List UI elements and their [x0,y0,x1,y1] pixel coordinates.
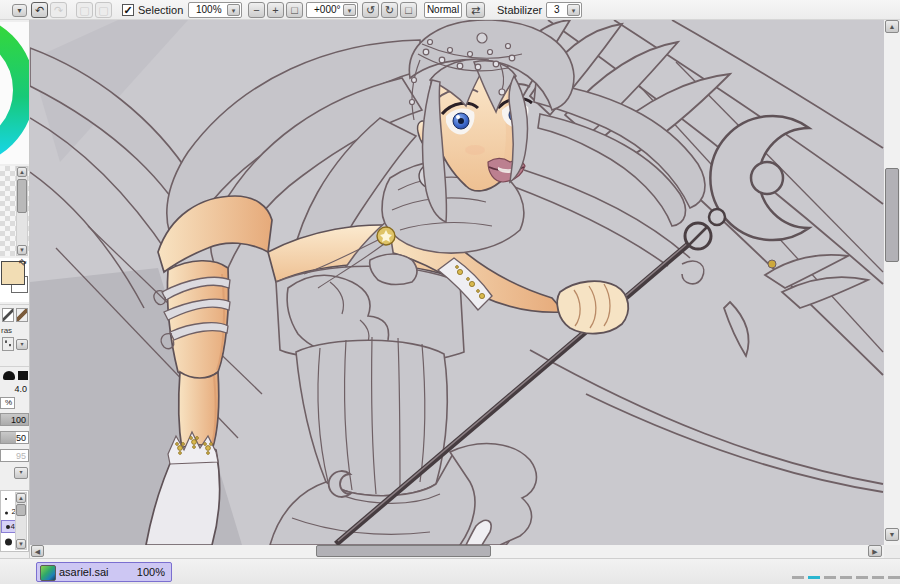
scroll-down-icon[interactable]: ▼ [885,528,899,541]
brush-size-value[interactable]: 4.0 [0,384,27,394]
zoom-in-button[interactable]: + [267,2,284,18]
zoom-field[interactable]: 100% ▾ [188,2,242,18]
density-slider[interactable]: 50 [0,431,29,444]
undo-icon: ↶ [35,4,44,16]
scroll-up-icon[interactable]: ▲ [16,493,26,503]
color-swatch-panel: ⇄ [0,258,29,302]
dilution-value: 95 [16,451,26,461]
page-dash [872,576,884,579]
pen-tool-icon[interactable] [2,308,14,322]
deselect-button[interactable]: ▢ [76,2,93,18]
scroll-down-icon[interactable]: ▼ [17,245,27,255]
tool-name-fragment: ras [1,326,12,335]
size-list-scrollbar[interactable]: ▲ ▼ [15,492,27,550]
check-icon: ✓ [123,4,132,16]
opacity-slider[interactable]: 100 [0,413,29,426]
stabilizer-dropdown-icon[interactable]: ▾ [567,4,580,16]
square-icon: □ [291,4,298,16]
size-list-scroll-thumb[interactable] [16,504,26,516]
blush [465,145,485,155]
vertical-scrollbar[interactable]: ▲ ▼ [884,20,900,545]
slider-fill [1,432,16,443]
opacity-value: 100 [11,415,26,425]
tool-dropdown-icon[interactable]: ▾ [16,339,28,350]
horizontal-scrollbar[interactable]: ◀ ▶ [30,545,884,558]
scroll-right-icon[interactable]: ▶ [868,545,882,557]
scroll-left-icon[interactable]: ◀ [31,545,44,557]
swatches-scrollbar[interactable]: ▲ ▼ [16,166,28,256]
angle-dropdown-icon[interactable]: ▾ [343,4,356,16]
selection-box2-icon: ▢ [98,4,108,16]
status-bar: asariel.sai 100% [0,558,900,584]
artwork-line-art [30,20,884,545]
rotate-ccw-icon: ↺ [366,4,375,16]
rotate-cw-button[interactable]: ↻ [381,2,398,18]
min-size-field[interactable]: % [0,397,15,409]
settings-dropdown-icon[interactable]: ▾ [14,467,28,479]
gripping-hand [557,281,628,333]
file-name: asariel.sai [59,566,109,578]
brush-shape-round-chip[interactable] [3,371,15,380]
top-toolbar: ▾ ↶ ↷ ▢ ▢ ✓ Selection 100% ▾ − + □ +000°… [0,0,900,20]
zoom-out-button[interactable]: − [248,2,265,18]
zoom-reset-button[interactable]: □ [286,2,303,18]
scroll-up-icon[interactable]: ▲ [17,167,27,177]
selection-label: Selection [138,4,183,16]
stabilizer-field[interactable]: 3 ▾ [546,2,582,18]
scroll-up-icon[interactable]: ▲ [885,20,899,33]
selection-box-icon: ▢ [79,4,89,16]
page-dash [824,576,836,579]
vertical-scroll-thumb[interactable] [885,168,899,262]
scroll-down-icon[interactable]: ▼ [16,539,26,549]
plus-icon: + [272,4,278,16]
blend-mode-button[interactable]: Normal [424,2,462,18]
page-dash [792,576,804,579]
flip-horizontal-icon: ⇄ [471,4,480,16]
page-dash-active [808,576,820,579]
minus-icon: − [253,4,259,16]
stabilizer-label: Stabilizer [497,4,542,16]
rotate-cw-icon: ↻ [385,4,394,16]
blend-mode-value: Normal [427,4,459,15]
tool-list-panel: ras ▾ [0,304,29,364]
scatter-tool-icon[interactable] [2,337,14,351]
angle-value: +000° [314,4,341,15]
flip-horizontal-button[interactable]: ⇄ [466,2,485,18]
zoom-dropdown-icon[interactable]: ▾ [227,4,240,16]
brush-tool-icon[interactable] [16,308,28,322]
menu-dropdown-button[interactable]: ▾ [12,4,27,17]
page-dash [840,576,852,579]
invert-selection-button[interactable]: ▢ [95,2,112,18]
stabilizer-value: 3 [554,4,560,15]
drawing-canvas[interactable] [30,20,884,545]
chevron-down-icon: ▾ [17,6,21,15]
brush-settings-panel: 4.0 % 100 50 95 ▾ [0,366,29,486]
open-file-tab[interactable]: asariel.sai 100% [36,562,172,582]
angle-field[interactable]: +000° ▾ [306,2,358,18]
scrollbar-corner [884,545,900,558]
density-value: 50 [16,433,26,443]
rotate-reset-button[interactable]: □ [400,2,417,18]
page-dash [888,576,900,579]
page-dash [856,576,868,579]
file-thumbnail-icon [40,565,56,581]
swatches-scroll-thumb[interactable] [17,179,27,213]
painttool-sai-window: { "toolbar": { "selection": {"label": "S… [0,0,900,584]
redo-button[interactable]: ↷ [50,2,67,18]
percent-label: % [5,398,12,407]
zoom-value: 100% [196,4,222,15]
file-zoom-level: 100% [137,566,165,578]
left-tool-panel: ▲ ▼ ⇄ ras ▾ 4.0 % 100 50 95 ▾ [0,20,30,558]
brush-shape-square-chip[interactable] [18,371,28,380]
redo-icon: ↷ [54,4,63,16]
color-wheel-panel[interactable] [0,22,29,164]
brush-size-list: 2 4 ▲ ▼ [0,490,29,552]
square-icon: □ [405,4,412,16]
dilution-slider[interactable]: 95 [0,449,29,462]
rotate-ccw-button[interactable]: ↺ [362,2,379,18]
selection-checkbox[interactable]: ✓ [122,4,134,16]
undo-button[interactable]: ↶ [31,2,48,18]
horizontal-scroll-thumb[interactable] [316,545,491,557]
color-wheel[interactable] [0,22,29,164]
